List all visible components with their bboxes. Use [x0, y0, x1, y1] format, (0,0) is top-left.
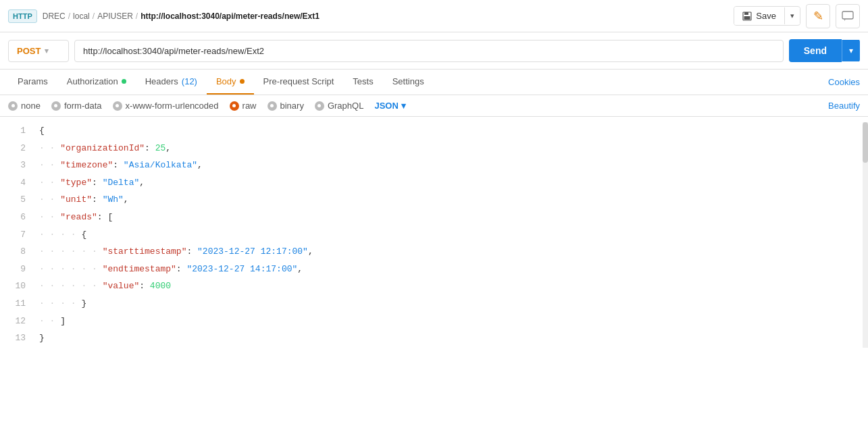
- cookies-link[interactable]: Cookies: [828, 77, 860, 87]
- tab-authorization[interactable]: Authorization: [57, 70, 136, 95]
- body-type-graphql-label: GraphQL: [328, 101, 363, 111]
- breadcrumb-sep-1: /: [68, 11, 70, 21]
- radio-none: [8, 101, 18, 111]
- tab-settings[interactable]: Settings: [383, 70, 434, 95]
- breadcrumb: DREC / local / APIUSER / http://localhos…: [43, 11, 320, 21]
- method-select[interactable]: POST ▾: [8, 40, 69, 62]
- scrollbar-track[interactable]: [863, 122, 868, 348]
- json-selector-label: JSON: [374, 101, 398, 111]
- line-num-1: 1: [5, 122, 26, 140]
- url-input[interactable]: [74, 40, 784, 62]
- tab-headers-label: Headers: [145, 76, 178, 86]
- send-button[interactable]: Send: [789, 39, 842, 62]
- beautify-button[interactable]: Beautify: [828, 101, 860, 111]
- top-bar: HTTP DREC / local / APIUSER / http://loc…: [0, 0, 868, 32]
- code-line-5: · · "unit": "Wh",: [39, 191, 857, 209]
- tabs-bar: Params Authorization Headers (12) Body P…: [0, 70, 868, 95]
- code-line-10: · · · · · · "value": 4000: [39, 278, 857, 295]
- code-line-13: }: [39, 329, 857, 347]
- body-type-raw-label: raw: [242, 101, 257, 111]
- line-num-10: 10: [5, 278, 26, 295]
- body-type-binary-label: binary: [280, 101, 304, 111]
- body-type-urlencoded-label: x-www-form-urlencoded: [126, 101, 219, 111]
- breadcrumb-apiuser[interactable]: APIUSER: [97, 11, 133, 21]
- send-button-group[interactable]: Send ▾: [789, 39, 860, 62]
- tab-prerequest[interactable]: Pre-request Script: [254, 70, 344, 95]
- scrollbar-thumb[interactable]: [863, 122, 868, 163]
- radio-graphql: [315, 101, 324, 111]
- code-line-2: · · "organizationId": 25,: [39, 140, 857, 157]
- svg-rect-3: [842, 11, 853, 19]
- body-type-none[interactable]: none: [8, 101, 41, 111]
- tab-params[interactable]: Params: [8, 70, 57, 95]
- breadcrumb-sep-3: /: [136, 11, 138, 21]
- edit-button[interactable]: ✎: [806, 4, 830, 28]
- tab-authorization-label: Authorization: [67, 76, 118, 86]
- body-type-urlencoded[interactable]: x-www-form-urlencoded: [113, 101, 219, 111]
- line-num-5: 5: [5, 191, 26, 209]
- line-numbers: 1 2 3 4 5 6 7 8 9 10 11 12 13: [0, 122, 34, 348]
- save-button[interactable]: Save: [734, 7, 784, 25]
- body-dot: [240, 79, 245, 84]
- breadcrumb-current-url: http://localhost:3040/api/meter-reads/ne…: [141, 11, 320, 21]
- body-type-raw[interactable]: raw: [230, 101, 257, 111]
- save-icon: [742, 11, 752, 21]
- code-content[interactable]: { · · "organizationId": 25, · · "timezon…: [34, 122, 863, 348]
- json-selector-arrow: ▾: [401, 101, 406, 111]
- body-type-none-label: none: [21, 101, 41, 111]
- authorization-dot: [122, 79, 126, 84]
- json-type-selector[interactable]: JSON ▾: [374, 101, 405, 111]
- tab-params-label: Params: [18, 76, 48, 86]
- body-type-form-data-label: form-data: [64, 101, 102, 111]
- line-num-11: 11: [5, 295, 26, 313]
- url-bar: POST ▾ Send ▾: [0, 32, 868, 70]
- save-label: Save: [756, 11, 776, 21]
- line-num-2: 2: [5, 140, 26, 157]
- code-line-1: {: [39, 122, 857, 140]
- breadcrumb-drec[interactable]: DREC: [43, 11, 66, 21]
- svg-rect-2: [744, 16, 750, 20]
- code-line-9: · · · · · · "endtimestamp": "2023-12-27 …: [39, 261, 857, 278]
- breadcrumb-local[interactable]: local: [73, 11, 90, 21]
- line-num-3: 3: [5, 157, 26, 174]
- line-num-4: 4: [5, 174, 26, 192]
- body-type-selector: none form-data x-www-form-urlencoded raw…: [0, 95, 868, 117]
- code-line-11: · · · · }: [39, 295, 857, 313]
- radio-form-data: [51, 101, 61, 111]
- method-label: POST: [17, 46, 41, 56]
- code-line-7: · · · · {: [39, 226, 857, 244]
- breadcrumb-sep-2: /: [93, 11, 95, 21]
- tab-body[interactable]: Body: [207, 70, 254, 95]
- comment-button[interactable]: [836, 4, 860, 28]
- code-editor[interactable]: 1 2 3 4 5 6 7 8 9 10 11 12 13 { · · "org…: [0, 117, 868, 353]
- line-num-12: 12: [5, 313, 26, 330]
- line-num-7: 7: [5, 226, 26, 244]
- line-num-6: 6: [5, 209, 26, 226]
- code-line-4: · · "type": "Delta",: [39, 174, 857, 192]
- method-dropdown-arrow: ▾: [45, 47, 49, 55]
- radio-binary: [267, 101, 277, 111]
- http-badge: HTTP: [8, 9, 37, 23]
- tab-headers[interactable]: Headers (12): [136, 70, 207, 95]
- save-button-group[interactable]: Save ▾: [734, 6, 800, 26]
- svg-rect-1: [744, 12, 748, 15]
- tab-tests[interactable]: Tests: [343, 70, 382, 95]
- code-line-12: · · ]: [39, 313, 857, 330]
- headers-count: (12): [182, 76, 197, 86]
- radio-urlencoded: [113, 101, 122, 111]
- comment-icon: [842, 11, 854, 22]
- tab-settings-label: Settings: [392, 76, 424, 86]
- body-type-graphql[interactable]: GraphQL: [315, 101, 363, 111]
- tab-prerequest-label: Pre-request Script: [263, 76, 334, 86]
- tab-body-label: Body: [216, 76, 236, 86]
- tab-tests-label: Tests: [353, 76, 373, 86]
- line-num-13: 13: [5, 329, 26, 347]
- send-dropdown-arrow[interactable]: ▾: [842, 40, 860, 61]
- body-type-binary[interactable]: binary: [267, 101, 304, 111]
- top-bar-actions: Save ▾ ✎: [734, 4, 860, 28]
- radio-raw: [230, 101, 239, 111]
- save-dropdown-arrow[interactable]: ▾: [784, 7, 800, 24]
- code-line-3: · · "timezone": "Asia/Kolkata",: [39, 157, 857, 174]
- code-line-6: · · "reads": [: [39, 209, 857, 226]
- body-type-form-data[interactable]: form-data: [51, 101, 102, 111]
